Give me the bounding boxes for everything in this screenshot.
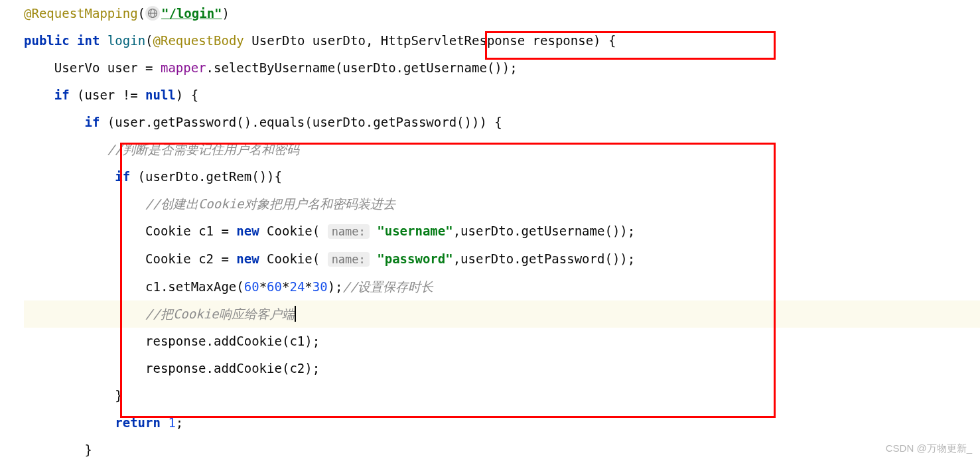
keyword-null: null <box>145 88 176 102</box>
watermark: CSDN @万物更新_ <box>886 434 972 462</box>
type-cookie: Cookie <box>145 224 191 238</box>
method-get-password: getPassword <box>153 115 236 129</box>
param-hint-name: name: <box>328 224 370 239</box>
code-line: } <box>24 382 980 409</box>
globe-icon <box>145 6 160 21</box>
type-userdto: UserDto <box>251 33 305 48</box>
code-line: UserVo user = mapper.selectByUsername(us… <box>24 54 980 82</box>
code-line: if (user != null) { <box>24 82 980 109</box>
keyword-new: new <box>236 251 259 266</box>
method-get-password: getPassword <box>522 251 605 266</box>
code-line: public int login(@RequestBody UserDto us… <box>24 27 980 54</box>
method-login: login <box>107 33 145 48</box>
method-set-max-age: setMaxAge <box>168 279 236 294</box>
code-line-active: //把Cookie响应给客户端 <box>24 300 980 328</box>
number-60: 60 <box>267 279 282 294</box>
method-get-username: getUsername <box>522 224 605 238</box>
method-add-cookie: addCookie <box>214 334 282 348</box>
annotation-request-mapping: @RequestMapping <box>24 6 138 21</box>
method-get-rem: getRem <box>206 169 252 184</box>
field-mapper: mapper <box>161 60 206 75</box>
code-line: if (userDto.getRem()){ <box>24 163 980 190</box>
method-get-password: getPassword <box>373 115 456 129</box>
type-uservo: UserVo <box>54 60 100 75</box>
code-line: if (user.getPassword().equals(userDto.ge… <box>24 109 980 136</box>
type-cookie: Cookie <box>145 251 191 266</box>
keyword-if: if <box>115 169 130 184</box>
keyword-new: new <box>236 224 259 238</box>
code-line: c1.setMaxAge(60*60*24*30);//设置保存时长 <box>24 273 980 300</box>
keyword-if: if <box>85 115 100 129</box>
var-c2: c2 <box>198 251 214 266</box>
code-line: //判断是否需要记住用户名和密码 <box>24 136 980 163</box>
code-line: Cookie c2 = new Cookie( name: "password"… <box>24 245 980 273</box>
code-line: //创建出Cookie对象把用户名和密码装进去 <box>24 190 980 218</box>
code-line: response.addCookie(c2); <box>24 355 980 382</box>
code-line: } <box>24 436 980 464</box>
method-select-by-username: selectByUsername <box>214 60 335 75</box>
text-cursor <box>295 306 296 322</box>
number-1: 1 <box>168 415 175 430</box>
var-user: user <box>107 60 138 75</box>
number-30: 30 <box>313 279 328 294</box>
method-add-cookie: addCookie <box>214 361 282 375</box>
code-line: response.addCookie(c1); <box>24 328 980 355</box>
number-60: 60 <box>244 279 259 294</box>
string-password: "password" <box>377 251 453 266</box>
keyword-public: public <box>24 33 70 48</box>
code-line: return 1; <box>24 409 980 436</box>
method-equals: equals <box>259 115 305 129</box>
comment-create-cookie: //创建出Cookie对象把用户名和密码装进去 <box>145 196 395 211</box>
param-userdto: userDto <box>313 33 366 48</box>
comment-maxage: //设置保存时长 <box>343 279 434 294</box>
var-c1: c1 <box>198 224 214 238</box>
keyword-if: if <box>54 88 70 102</box>
comment-response-cookie: //把Cookie响应给客户端 <box>145 306 295 321</box>
type-httpservletresponse: HttpServletResponse <box>381 33 525 48</box>
param-response: response <box>533 33 594 48</box>
comment-remember: //判断是否需要记住用户名和密码 <box>107 142 299 157</box>
method-get-username: getUsername <box>403 60 487 75</box>
number-24: 24 <box>289 279 305 294</box>
string-login-path: "/login" <box>161 6 222 21</box>
code-editor: @RequestMapping("/login") public int log… <box>0 0 980 464</box>
code-line: @RequestMapping("/login") <box>24 0 980 27</box>
code-line: Cookie c1 = new Cookie( name: "username"… <box>24 218 980 245</box>
string-username: "username" <box>377 224 453 238</box>
keyword-return: return <box>115 415 161 430</box>
keyword-int: int <box>77 33 100 48</box>
annotation-request-body: @RequestBody <box>153 33 244 48</box>
param-hint-name: name: <box>328 252 370 267</box>
